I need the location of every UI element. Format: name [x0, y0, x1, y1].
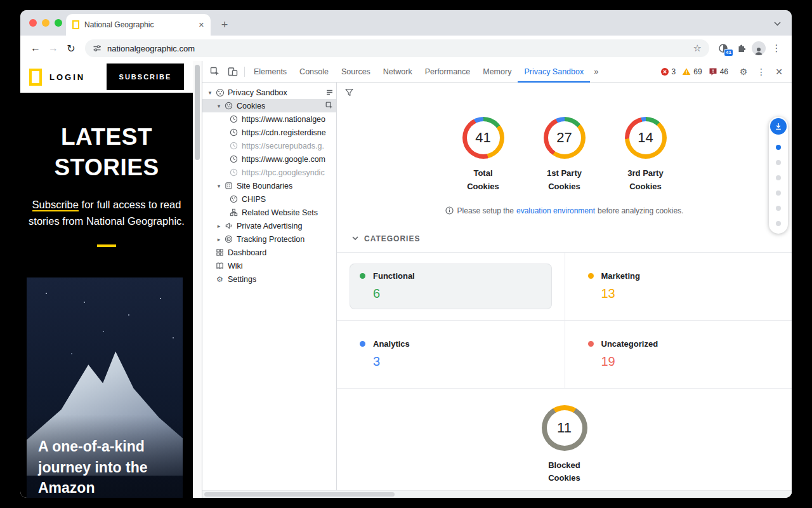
back-button[interactable]: ←: [27, 39, 44, 57]
scrollbar-thumb[interactable]: [204, 492, 395, 497]
browser-menu-kebab-icon[interactable]: ⋮: [768, 39, 785, 57]
analytics-dot: [360, 341, 365, 347]
tree-item-chips[interactable]: CHIPS: [202, 192, 336, 206]
tree-item-url[interactable]: https://www.google.com: [202, 152, 336, 166]
zoom-window-button[interactable]: [55, 19, 62, 27]
privacy-sandbox-icon: [215, 88, 225, 97]
devtools-settings-gear-icon[interactable]: ⚙: [735, 63, 752, 81]
devtools-tab-performance[interactable]: Performance: [419, 61, 477, 83]
tree-item-related-website-sets[interactable]: Related Website Sets: [202, 206, 336, 219]
devtools-horizontal-scrollbar[interactable]: [202, 490, 792, 498]
device-toolbar-icon[interactable]: [224, 63, 242, 81]
expander-icon[interactable]: ▾: [215, 183, 223, 189]
section-dot[interactable]: [776, 221, 781, 226]
devtools-close-icon[interactable]: ✕: [770, 63, 788, 81]
panel-menu-icon[interactable]: [323, 88, 334, 97]
page-scrollbar[interactable]: [193, 61, 202, 498]
expander-icon[interactable]: ▸: [215, 236, 223, 243]
tree-item-site-boundaries[interactable]: ▾ Site Boundaries: [202, 179, 336, 192]
page-scrollbar-thumb[interactable]: [195, 65, 200, 160]
blocked-cookies-section: 11 Blocked Cookies: [337, 405, 792, 486]
section-dot[interactable]: [776, 206, 781, 211]
devtools-tab-elements[interactable]: Elements: [247, 61, 293, 83]
clock-icon: [229, 141, 239, 150]
issues-count-badge[interactable]: 46: [709, 67, 728, 76]
cookie-icon: [229, 194, 239, 204]
bookmark-star-icon[interactable]: ☆: [693, 43, 702, 54]
inspect-icon[interactable]: [323, 102, 334, 110]
reload-button[interactable]: ↻: [62, 39, 80, 57]
profile-avatar[interactable]: [750, 39, 768, 57]
analytics-count: 3: [373, 354, 542, 369]
category-card-marketing[interactable]: Marketing 13: [578, 264, 780, 309]
download-report-button[interactable]: [770, 118, 787, 135]
devtools-tab-sources[interactable]: Sources: [335, 61, 377, 83]
subscribe-button[interactable]: SUBSCRIBE: [107, 64, 184, 90]
devtools-tab-console[interactable]: Console: [293, 61, 335, 83]
tab-search-chevron-icon[interactable]: [770, 17, 784, 30]
tree-item-tracking-protection[interactable]: ▸ Tracking Protection: [202, 232, 336, 246]
section-dot[interactable]: [776, 175, 781, 180]
tree-item-url[interactable]: https://tpc.googlesyndic: [202, 166, 336, 179]
devtools-tab-network[interactable]: Network: [377, 61, 419, 83]
sitemap-icon: [229, 208, 239, 217]
book-icon: [215, 261, 225, 271]
megaphone-icon: [224, 221, 233, 231]
close-window-button[interactable]: [29, 19, 37, 27]
devtools-tab-privacy-sandbox[interactable]: Privacy Sandbox: [518, 61, 590, 83]
marketing-count: 13: [601, 286, 769, 301]
tab-close-icon[interactable]: ✕: [199, 21, 204, 29]
tree-item-dashboard[interactable]: Dashboard: [202, 246, 336, 259]
privacy-sandbox-extension-icon[interactable]: 41: [714, 39, 732, 57]
category-card-functional[interactable]: Functional 6: [350, 264, 552, 309]
tree-item-wiki[interactable]: Wiki: [202, 259, 336, 272]
site-settings-icon[interactable]: [93, 44, 102, 53]
tree-item-private-advertising[interactable]: ▸ Private Advertising: [202, 219, 336, 232]
categories-section-header[interactable]: CATEGORIES: [352, 234, 792, 243]
site-header: LOGIN SUBSCRIBE: [20, 61, 202, 93]
devtools-tabbar: Elements Console Sources Network Perform…: [202, 61, 792, 83]
total-cookies-donut-chart: 41: [462, 117, 504, 159]
tree-item-settings[interactable]: ⚙ Settings: [202, 272, 336, 286]
expander-icon[interactable]: ▸: [215, 223, 223, 229]
category-card-analytics[interactable]: Analytics 3: [350, 331, 552, 377]
extensions-puzzle-icon[interactable]: [732, 39, 750, 57]
tree-item-url[interactable]: https://www.nationalgeo: [202, 112, 336, 126]
download-icon: [774, 122, 783, 131]
expander-icon[interactable]: ▾: [215, 103, 223, 109]
tree-item-url[interactable]: https://securepubads.g.: [202, 139, 336, 152]
section-dot[interactable]: [776, 160, 781, 165]
natgeo-favicon: [72, 20, 79, 29]
login-button[interactable]: LOGIN: [49, 72, 85, 82]
tree-item-cookies[interactable]: ▾ Cookies: [202, 99, 336, 112]
tab-title: National Geographic: [84, 20, 193, 29]
address-bar[interactable]: nationalgeographic.com ☆: [85, 39, 709, 57]
warning-count-badge[interactable]: 69: [682, 67, 702, 76]
filter-funnel-icon[interactable]: [344, 88, 354, 97]
category-card-uncategorized[interactable]: Uncategorized 19: [578, 331, 780, 377]
more-tabs-icon[interactable]: »: [590, 67, 602, 76]
tree-item-url[interactable]: https://cdn.registerdisne: [202, 126, 336, 139]
expander-icon[interactable]: ▾: [206, 90, 214, 96]
section-dot[interactable]: [776, 190, 781, 196]
new-tab-button[interactable]: +: [216, 16, 233, 34]
section-dot[interactable]: [776, 145, 781, 150]
hero-article[interactable]: A one-of-a-kind journey into the Amazon: [27, 277, 183, 498]
devtools-tab-memory[interactable]: Memory: [476, 61, 518, 83]
promo-text: Subscribe for full access to read storie…: [20, 197, 193, 229]
natgeo-logo[interactable]: [29, 69, 42, 86]
evaluation-environment-link[interactable]: evaluation environment: [516, 206, 595, 215]
minimize-window-button[interactable]: [42, 19, 49, 27]
browser-tab[interactable]: National Geographic ✕: [66, 14, 211, 36]
url-text[interactable]: nationalgeographic.com: [107, 44, 688, 53]
uncategorized-dot: [588, 341, 594, 347]
categories-grid: Functional 6 Marketing: [337, 252, 792, 389]
forward-button[interactable]: →: [44, 39, 62, 57]
error-count-badge[interactable]: 3: [660, 67, 676, 76]
devtools-menu-kebab-icon[interactable]: ⋮: [752, 63, 770, 81]
inspect-element-icon[interactable]: [206, 63, 224, 81]
subscribe-link[interactable]: Subscribe: [32, 199, 79, 211]
functional-dot: [360, 273, 365, 279]
cookies-report: 41 Total Cookies 27: [337, 102, 792, 490]
tree-item-privacy-sandbox[interactable]: ▾ Privacy Sandbox: [202, 86, 336, 99]
